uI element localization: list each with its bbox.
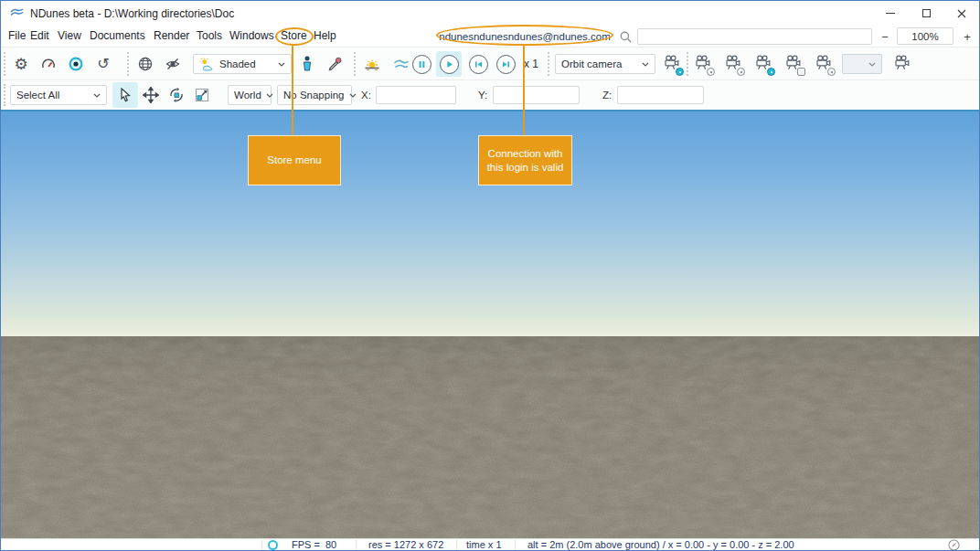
minimize-button[interactable] (876, 1, 905, 26)
history-icon: ↺ (97, 57, 109, 71)
search-icon[interactable] (619, 30, 633, 48)
rotate-icon (168, 87, 185, 103)
menu-item-store[interactable]: Store (281, 29, 307, 42)
render-toolbar: ⚙ ↺ (1, 47, 979, 79)
statusbar-separator (515, 540, 516, 551)
rotate-tool-button[interactable] (164, 82, 189, 108)
color-picker-button[interactable] (322, 51, 347, 77)
snapping-mode-value: No Snapping (283, 90, 345, 101)
search-input[interactable] (637, 28, 872, 45)
step-forward-button[interactable] (493, 51, 518, 77)
performance-button[interactable] (36, 51, 61, 77)
camera-record-icon (753, 54, 773, 74)
shading-mode-dropdown[interactable]: Shaded (193, 54, 292, 74)
viewport-ground (1, 336, 979, 538)
record-icon (68, 56, 84, 72)
camera-time-button[interactable] (811, 51, 836, 77)
camera-save-badge-icon (797, 68, 805, 76)
camera-loop-icon (723, 54, 743, 74)
camera-time-icon (814, 54, 834, 74)
viewport-sky (1, 111, 979, 336)
window-title: NDunes beta - D:\Working directories\Doc (30, 7, 234, 20)
camera-record-button[interactable] (751, 51, 776, 77)
camera-view-button[interactable] (889, 51, 915, 77)
look-through-camera-button[interactable] (659, 51, 685, 77)
daytime-button[interactable] (359, 51, 385, 77)
toolbar-drag-handle[interactable] (4, 84, 6, 106)
toolbar-drag-handle[interactable] (4, 52, 6, 76)
zoom-level[interactable]: 100% (897, 27, 953, 45)
skip-forward-icon (496, 55, 516, 74)
toolbar-drag-handle[interactable] (687, 52, 689, 76)
maximize-button[interactable] (911, 1, 941, 26)
camera-play-icon (693, 54, 713, 74)
camera-play-path-button[interactable] (690, 51, 716, 77)
chevron-down-icon (266, 93, 273, 98)
move-tool-button[interactable] (138, 82, 164, 108)
menu-item-help[interactable]: Help (314, 29, 336, 42)
snapping-mode-dropdown[interactable]: No Snapping (277, 85, 352, 105)
camera-save-button[interactable] (781, 51, 806, 77)
skip-back-icon (469, 55, 488, 74)
move-icon (143, 87, 159, 103)
chevron-down-icon (278, 62, 285, 67)
step-back-button[interactable] (465, 51, 491, 77)
camera-plain-icon (892, 54, 912, 74)
viewport-3d[interactable] (1, 110, 979, 538)
title-bar: NDunes beta - D:\Working directories\Doc (1, 1, 979, 26)
menu-item-edit[interactable]: Edit (30, 29, 49, 42)
chevron-down-icon (93, 93, 101, 98)
zoom-out-button[interactable]: − (877, 28, 893, 45)
eye-slash-icon (165, 56, 181, 72)
toolbar-drag-handle[interactable] (354, 52, 357, 76)
camera-mode-dropdown[interactable]: Orbit camera (555, 54, 655, 74)
play-icon (440, 55, 459, 74)
close-button[interactable] (947, 1, 976, 26)
camera-record-badge-icon (767, 68, 775, 76)
pause-button[interactable] (409, 51, 434, 77)
select-tool-button[interactable] (112, 82, 138, 108)
coordinate-space-value: World (234, 90, 261, 101)
scale-tool-button[interactable] (189, 82, 215, 108)
shaded-mode-icon (199, 58, 215, 71)
chevron-down-icon (642, 62, 649, 67)
gauge-icon (40, 56, 57, 72)
z-coordinate-input[interactable] (617, 86, 704, 104)
toolbar-drag-handle[interactable] (548, 52, 550, 76)
y-coordinate-input[interactable] (493, 86, 580, 104)
eyedropper-icon (326, 56, 343, 72)
camera-preset-dropdown[interactable] (842, 54, 882, 74)
settings-button[interactable]: ⚙ (8, 51, 34, 77)
zoom-in-button[interactable]: + (959, 28, 975, 45)
globe-icon (137, 56, 154, 72)
history-button[interactable]: ↺ (91, 51, 116, 77)
menu-item-file[interactable]: File (8, 29, 26, 42)
menu-item-render[interactable]: Render (154, 29, 189, 42)
app-window: NDunes beta - D:\Working directories\Doc… (0, 0, 980, 551)
scale-icon (194, 87, 210, 103)
world-settings-button[interactable] (133, 51, 158, 77)
menu-item-view[interactable]: View (58, 29, 81, 42)
menu-item-windows[interactable]: Windows (229, 29, 274, 42)
ndunes-logo-icon (9, 5, 25, 24)
sunrise-icon (363, 56, 381, 73)
x-coordinate-input[interactable] (376, 86, 456, 104)
compass-icon[interactable] (948, 539, 960, 551)
selection-mode-dropdown[interactable]: Select All (10, 85, 107, 105)
record-view-button[interactable] (63, 51, 89, 77)
hide-objects-button[interactable] (160, 51, 186, 77)
cursor-icon (117, 87, 133, 103)
minimize-icon (886, 13, 895, 14)
walk-mode-button[interactable] (294, 51, 320, 77)
menu-item-documents[interactable]: Documents (90, 29, 145, 42)
menu-item-tools[interactable]: Tools (197, 29, 222, 42)
play-button[interactable] (436, 51, 462, 77)
statusbar-separator (261, 540, 262, 551)
person-icon (300, 56, 314, 73)
wind-icon (392, 56, 410, 72)
time-multiplier-label: x 1 (524, 58, 538, 70)
account-email[interactable]: ndunesndunesndunes@ndunes.com (436, 27, 613, 46)
camera-save-icon (783, 54, 804, 74)
coordinate-space-dropdown[interactable]: World (228, 85, 272, 105)
camera-loop-button[interactable] (720, 51, 746, 77)
